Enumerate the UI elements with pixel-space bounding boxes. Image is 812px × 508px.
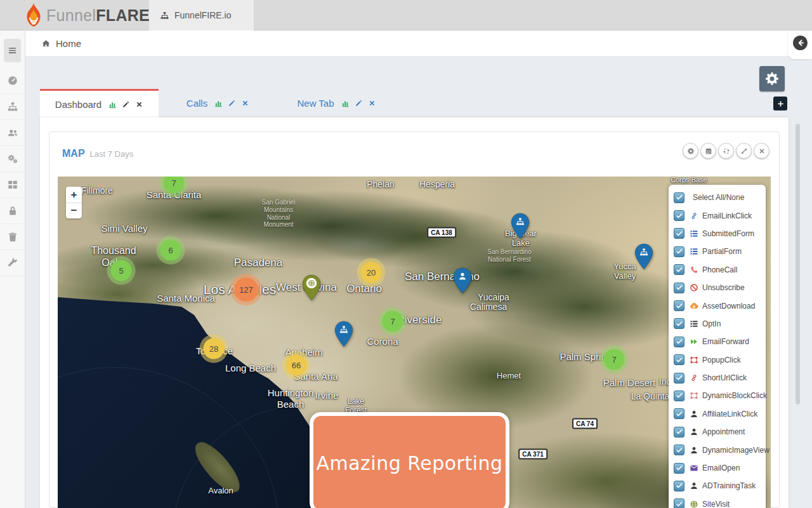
checkbox-checked[interactable] <box>674 481 684 491</box>
legend-item-shorturlclick[interactable]: ShortUrlClick <box>669 369 766 387</box>
tab-actions <box>341 99 376 107</box>
legend-item-emailforward[interactable]: EmailForward <box>669 333 766 351</box>
map-cluster-marker[interactable]: 6 <box>160 240 181 261</box>
legend-item-emaillinkclick[interactable]: EmailLinkClick <box>669 206 766 224</box>
edit-pencil-icon[interactable] <box>228 99 236 107</box>
legend-item-emailopen[interactable]: EmailOpen <box>669 459 766 477</box>
checkbox-checked[interactable] <box>674 337 684 347</box>
checkbox-checked[interactable] <box>674 373 684 384</box>
sidebar-item-dashboard[interactable] <box>0 68 25 94</box>
zoom-in-button[interactable]: + <box>66 187 82 203</box>
checkbox-checked[interactable] <box>674 228 684 239</box>
checkbox-checked[interactable] <box>674 391 684 401</box>
map-cluster-marker[interactable]: 7 <box>604 349 625 370</box>
back-button[interactable] <box>793 36 808 50</box>
close-icon[interactable] <box>368 99 376 107</box>
bar-chart-icon[interactable] <box>108 100 117 109</box>
legend-item-assetdownload[interactable]: AssetDownload <box>669 297 766 314</box>
sidebar-item-contacts[interactable] <box>0 120 25 146</box>
legend-item-label: Select All/None <box>693 193 744 202</box>
legend-item-label: ADTrainingTask <box>702 481 756 490</box>
logo-text-flare: FLARE <box>96 6 150 25</box>
widget-settings-button[interactable] <box>683 143 698 159</box>
map-cluster-marker[interactable]: 7 <box>383 311 403 332</box>
legend-item-label: Unsubscribe <box>702 283 745 292</box>
bar-chart-icon[interactable] <box>214 99 223 107</box>
list-icon <box>690 229 698 238</box>
legend-item-label: EmailLinkClick <box>702 211 752 220</box>
legend-item-adtrainingtask[interactable]: ADTrainingTask <box>669 477 766 495</box>
map-cluster-marker[interactable]: 20 <box>361 262 382 283</box>
sidebar-item-modules[interactable] <box>0 172 25 198</box>
sidebar-menu-toggle[interactable] <box>4 39 21 62</box>
legend-item-label: AffiliateLinkClick <box>702 410 757 418</box>
legend-item-unsubscribe[interactable]: Unsubscribe <box>669 279 766 297</box>
checkbox-checked[interactable] <box>674 264 684 275</box>
checkbox-checked[interactable] <box>674 210 684 221</box>
legend-item-phonecall[interactable]: PhoneCall <box>669 261 766 279</box>
widget-close-button[interactable] <box>754 143 769 159</box>
map-cluster-marker[interactable]: 28 <box>204 338 225 359</box>
legend-item-dynamicblockclick[interactable]: DynamicBlockClick <box>669 387 766 404</box>
checkbox-checked[interactable] <box>674 463 684 474</box>
legend-item-popupclick[interactable]: PopupClick <box>669 351 766 369</box>
map-pin-globe[interactable] <box>302 274 321 301</box>
breadcrumb-bar: Home <box>25 30 812 56</box>
checkbox-checked[interactable] <box>674 246 684 257</box>
funnelflare-logo[interactable]: FunnelFLARE™ <box>23 1 155 30</box>
edit-pencil-icon[interactable] <box>122 100 130 109</box>
dashboard-settings-button[interactable] <box>759 66 785 91</box>
bar-chart-icon[interactable] <box>341 99 350 107</box>
sidebar-item-security[interactable] <box>0 198 25 224</box>
sidebar-item-funnels[interactable] <box>0 94 25 120</box>
tab-dashboard[interactable]: Dashboard <box>40 89 159 117</box>
legend-item-submittedform[interactable]: SubmittedForm <box>669 225 766 243</box>
map-cluster-marker[interactable]: 127 <box>234 277 258 302</box>
checkbox-checked[interactable] <box>674 283 684 293</box>
checkbox-checked[interactable] <box>674 192 684 203</box>
checkbox-checked[interactable] <box>674 300 684 311</box>
tab-calls[interactable]: Calls <box>159 89 277 117</box>
map-pin-user[interactable] <box>453 267 472 294</box>
map-cluster-marker[interactable]: 66 <box>286 355 307 376</box>
checkbox-checked[interactable] <box>674 498 684 508</box>
legend-item-affiliatelinkclick[interactable]: AffiliateLinkClick <box>669 405 766 423</box>
tab-new-tab[interactable]: New Tab <box>277 89 396 117</box>
widget-refresh-button[interactable] <box>718 143 734 159</box>
close-icon[interactable] <box>135 100 143 109</box>
add-tab-button[interactable] <box>773 97 787 110</box>
checkbox-checked[interactable] <box>674 408 684 419</box>
page-scrollbar[interactable] <box>796 124 800 404</box>
hamburger-icon <box>7 45 18 56</box>
checkbox-checked[interactable] <box>674 354 684 365</box>
cluster-count: 127 <box>239 285 253 295</box>
legend-item-partialform[interactable]: PartialForm <box>669 243 766 260</box>
breadcrumb-home-link[interactable]: Home <box>56 38 81 49</box>
legend-item-label: PhoneCall <box>702 265 737 274</box>
zoom-out-button[interactable]: − <box>66 203 82 218</box>
legend-item-optin[interactable]: OptIn <box>669 315 766 333</box>
map-pin-sitemap[interactable] <box>334 321 353 347</box>
legend-item-select-all-none[interactable]: Select All/None <box>669 189 766 206</box>
cluster-count: 28 <box>209 344 218 354</box>
legend-item-label: EmailForward <box>702 337 749 346</box>
legend-item-dynamicimageview[interactable]: DynamicImageView <box>669 441 766 458</box>
widget-daterange-button[interactable] <box>700 143 716 159</box>
app-tab-funnelfire[interactable]: FunnelFIRE.io <box>149 0 254 30</box>
edit-pencil-icon[interactable] <box>355 99 363 107</box>
legend-item-appointment[interactable]: Appointment <box>669 423 766 441</box>
map-cluster-marker[interactable]: 5 <box>111 260 132 281</box>
sidebar-item-trash[interactable] <box>0 224 25 250</box>
sidebar-item-automation[interactable] <box>0 146 25 172</box>
checkbox-checked[interactable] <box>674 318 684 329</box>
close-icon[interactable] <box>241 99 249 107</box>
sidebar-item-tools[interactable] <box>0 250 25 276</box>
map-canvas[interactable]: FillmoreSanta ClaritaSimi ValleyThousand… <box>58 177 771 508</box>
widget-expand-button[interactable] <box>736 143 752 159</box>
checkbox-checked[interactable] <box>674 444 684 455</box>
legend-item-sitevisit[interactable]: SiteVisit <box>669 495 766 508</box>
map-pin-sitemap[interactable] <box>511 213 530 239</box>
map-pin-sitemap[interactable] <box>634 243 653 270</box>
top-bar: FunnelFLARE™ FunnelFIRE.io <box>0 0 812 30</box>
checkbox-checked[interactable] <box>674 427 684 438</box>
